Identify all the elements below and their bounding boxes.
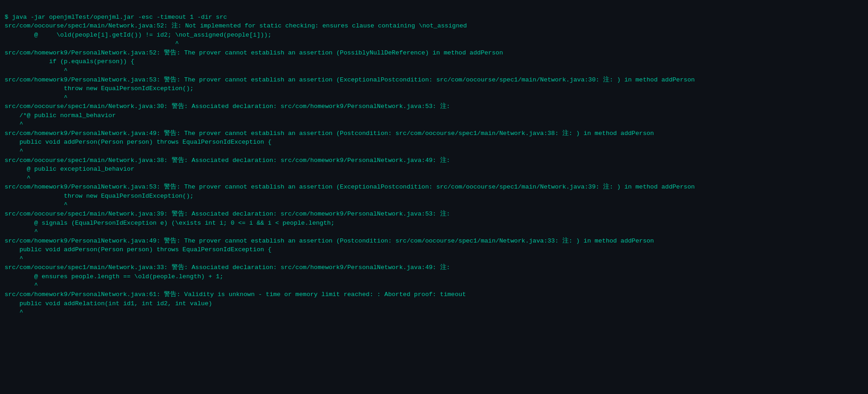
terminal-line: src/com/oocourse/spec1/main/Network.java… [5,156,863,165]
terminal-line: ^ [5,66,863,76]
terminal-line: src/com/homework9/PersonalNetwork.java:4… [5,129,863,138]
terminal-line: ^ [5,308,863,317]
terminal-line: ^ [5,39,863,49]
terminal-line: src/com/oocourse/spec1/main/Network.java… [5,263,863,272]
terminal-line: src/com/oocourse/spec1/main/Network.java… [5,102,863,111]
terminal-line: ^ [5,174,863,183]
terminal-line: ^ [5,200,863,210]
terminal-line: ^ [5,281,863,290]
terminal-line: ^ [5,254,863,264]
terminal-line: src/com/homework9/PersonalNetwork.java:4… [5,237,863,246]
terminal-line: src/com/oocourse/spec1/main/Network.java… [5,22,863,31]
terminal-line: throw new EqualPersonIdException(); [5,84,863,93]
terminal-line: ^ [5,147,863,156]
terminal-line: /*@ public normal_behavior [5,111,863,120]
terminal-line: public void addRelation(int id1, int id2… [5,299,863,308]
terminal-line: src/com/homework9/PersonalNetwork.java:6… [5,290,863,299]
terminal-line: $ java -jar openjmlTest/openjml.jar -esc… [5,13,863,22]
terminal-line: throw new EqualPersonIdException(); [5,192,863,201]
terminal-line: src/com/oocourse/spec1/main/Network.java… [5,210,863,219]
terminal-line: public void addPerson(Person person) thr… [5,138,863,147]
terminal-line: src/com/homework9/PersonalNetwork.java:5… [5,49,863,58]
terminal-line: ^ [5,120,863,129]
terminal-line: ^ [5,227,863,237]
terminal-line: @ public exceptional_behavior [5,165,863,174]
terminal-line: @ ensures people.length == \old(people.l… [5,272,863,281]
terminal-line: if (p.equals(person)) { [5,57,863,66]
terminal-line: src/com/homework9/PersonalNetwork.java:5… [5,76,863,85]
terminal-line: ^ [5,93,863,103]
terminal-line: public void addPerson(Person person) thr… [5,245,863,254]
terminal-line: @ signals (EqualPersonIdException e) (\e… [5,219,863,228]
terminal-window: $ java -jar openjmlTest/openjml.jar -esc… [0,0,868,394]
terminal-line: @ \old(people[i].getId()) != id2; \not_a… [5,31,863,40]
terminal-line: src/com/homework9/PersonalNetwork.java:5… [5,183,863,192]
